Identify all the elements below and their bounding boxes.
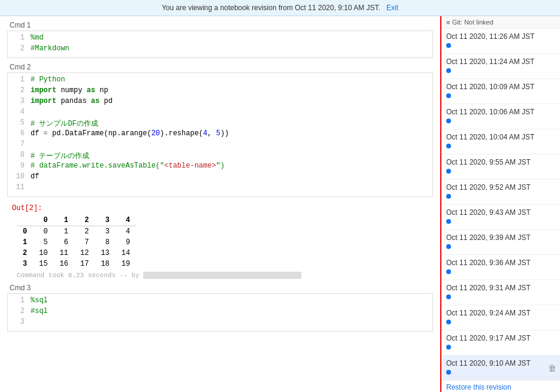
cell-cmd2-label: Cmd 2 — [7, 63, 433, 71]
output-table: 0 1 2 3 4 001234156789210111213143151617… — [17, 215, 136, 269]
revision-item[interactable]: Oct 11 2020, 9:17 AM JST — [441, 330, 560, 355]
col-header-4: 4 — [116, 215, 136, 226]
cmd3-line-1: 1 %sql — [13, 296, 428, 307]
revision-item[interactable]: Oct 11 2020, 10:09 AM JST — [441, 79, 560, 104]
revision-date: Oct 11 2020, 9:31 AM JST — [446, 284, 555, 292]
output-label: Out[2]: — [12, 204, 428, 212]
top-bar: You are viewing a notebook revision from… — [0, 0, 560, 16]
revision-dot — [446, 169, 451, 174]
revision-item[interactable]: Oct 11 2020, 9:39 AM JST — [441, 230, 560, 255]
cell-cmd3-content: 1 %sql 2 #sql 3 — [7, 293, 433, 332]
revision-dot — [446, 294, 451, 299]
cell-cmd2: Cmd 2 1 # Python 2 import numpy as np 3 … — [7, 63, 433, 197]
revision-dot — [446, 118, 451, 123]
revision-dot — [446, 244, 451, 249]
restore-revision-link[interactable]: Restore this revision — [441, 381, 560, 392]
revision-date: Oct 11 2020, 10:06 AM JST — [446, 108, 555, 116]
revision-date: Oct 11 2020, 9:52 AM JST — [446, 183, 555, 192]
revision-item[interactable]: Oct 11 2020, 9:36 AM JST — [441, 255, 560, 280]
cmd2-line-4: 4 — [13, 108, 428, 118]
revision-item[interactable]: Oct 11 2020, 9:52 AM JST — [441, 180, 560, 205]
line-2: 2 #Markdown — [13, 44, 428, 55]
revision-item[interactable]: Oct 11 2020, 9:24 AM JST — [441, 305, 560, 330]
notebook-area: Cmd 1 1 %md 2 #Markdown Cmd 2 1 # Python — [0, 16, 440, 392]
col-header-3: 3 — [95, 215, 115, 226]
revision-dot — [446, 43, 451, 48]
cmd2-line-5: 5 # サンプルDFの作成 — [13, 118, 428, 129]
cmd3-line-2: 2 #sql — [13, 307, 428, 318]
revision-item[interactable]: Oct 11 2020, 10:06 AM JST — [441, 104, 560, 129]
revision-date: Oct 11 2020, 9:43 AM JST — [446, 208, 555, 217]
cell-cmd2-content: 1 # Python 2 import numpy as np 3 import… — [7, 72, 433, 197]
revision-date: Oct 11 2020, 9:24 AM JST — [446, 309, 555, 317]
revision-date: Oct 11 2020, 9:55 AM JST — [446, 158, 555, 166]
revision-item[interactable]: Oct 11 2020, 9:43 AM JST — [441, 205, 560, 230]
output-area: Out[2]: 0 1 2 3 4 0012341567892101112131… — [7, 202, 433, 284]
col-header-1: 1 — [54, 215, 74, 226]
revision-dot — [446, 320, 451, 324]
cell-cmd3-label: Cmd 3 — [7, 284, 433, 292]
revision-dot — [446, 370, 451, 375]
cmd2-line-10: 10 df — [13, 172, 428, 183]
revision-sidebar: ■ Git: Not linked Oct 11 2020, 11:26 AM … — [440, 16, 560, 392]
revision-date: Oct 11 2020, 9:10 AM JST — [446, 359, 555, 367]
col-header-idx — [17, 215, 33, 226]
revision-list: Oct 11 2020, 11:26 AM JSTOct 11 2020, 11… — [441, 29, 560, 392]
revision-item[interactable]: Oct 11 2020, 9:55 AM JST — [441, 154, 560, 180]
cmd2-line-6: 6 df = pd.DataFrame(np.arange(20).reshap… — [13, 129, 428, 140]
cmd2-line-7: 7 — [13, 140, 428, 151]
cmd2-line-2: 2 import numpy as np — [13, 86, 428, 97]
git-status-label: Git: Not linked — [452, 19, 494, 26]
revision-dot — [446, 194, 451, 199]
delete-revision-icon[interactable]: 🗑 — [548, 363, 556, 373]
revision-date: Oct 11 2020, 9:39 AM JST — [446, 233, 555, 242]
cmd2-line-3: 3 import pandas as pd — [13, 97, 428, 108]
revision-item[interactable]: Oct 11 2020, 9:10 AM JST🗑 — [441, 355, 560, 381]
revision-dot — [446, 68, 451, 73]
table-row: 156789 — [17, 237, 136, 248]
cmd-timing: Command took 0.23 seconds -- by ████████… — [12, 269, 428, 281]
cell-cmd1-content: 1 %md 2 #Markdown — [7, 31, 433, 58]
table-row: 31516171819 — [17, 259, 136, 269]
revision-date: Oct 11 2020, 10:04 AM JST — [446, 133, 555, 141]
col-header-2: 2 — [74, 215, 95, 226]
revision-date: Oct 11 2020, 11:26 AM JST — [446, 32, 555, 41]
main-layout: Cmd 1 1 %md 2 #Markdown Cmd 2 1 # Python — [0, 16, 560, 392]
revision-dot — [446, 269, 451, 274]
cmd2-line-9: 9 # dataFrame.write.saveAsTable("<table-… — [13, 162, 428, 172]
cmd2-line-1: 1 # Python — [13, 75, 428, 86]
revision-item[interactable]: Oct 11 2020, 11:26 AM JST — [441, 29, 560, 54]
revision-dot — [446, 93, 451, 98]
cmd2-line-11: 11 — [13, 183, 428, 194]
revision-dot — [446, 219, 451, 224]
revision-dot — [446, 144, 451, 148]
revision-date: Oct 11 2020, 11:24 AM JST — [446, 57, 555, 66]
exit-link[interactable]: Exit — [386, 4, 398, 12]
table-row: 21011121314 — [17, 248, 136, 259]
revision-date: Oct 11 2020, 10:09 AM JST — [446, 83, 555, 91]
cmd2-line-8: 8 # テーブルの作成 — [13, 151, 428, 162]
cell-cmd1-label: Cmd 1 — [7, 21, 433, 29]
revision-date: Oct 11 2020, 9:36 AM JST — [446, 259, 555, 267]
topbar-message: You are viewing a notebook revision from… — [162, 4, 380, 12]
table-row: 001234 — [17, 226, 136, 238]
revision-item[interactable]: Oct 11 2020, 10:04 AM JST — [441, 129, 560, 154]
revision-item[interactable]: Oct 11 2020, 9:31 AM JST — [441, 280, 560, 305]
line-1: 1 %md — [13, 34, 428, 44]
git-header: ■ Git: Not linked — [441, 16, 560, 29]
revision-date: Oct 11 2020, 9:17 AM JST — [446, 334, 555, 342]
cmd3-line-3: 3 — [13, 318, 428, 329]
revision-item[interactable]: Oct 11 2020, 11:24 AM JST — [441, 54, 560, 79]
cell-cmd1: Cmd 1 1 %md 2 #Markdown — [7, 21, 433, 58]
col-header-0: 0 — [33, 215, 53, 226]
revision-dot — [446, 345, 451, 350]
cell-cmd3: Cmd 3 1 %sql 2 #sql 3 — [7, 284, 433, 332]
